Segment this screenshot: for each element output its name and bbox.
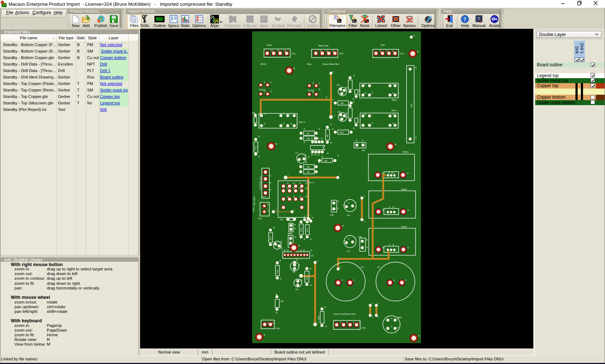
svg-text:D: D: [303, 249, 305, 251]
svg-text:G: G: [287, 182, 289, 184]
svg-text:G: G: [293, 196, 295, 198]
svg-text:D: D: [305, 154, 306, 156]
svg-text:G: G: [287, 196, 289, 198]
svg-text:P12: P12: [255, 146, 257, 150]
svg-text:F: F: [355, 237, 356, 239]
svg-text:G: G: [365, 92, 367, 94]
svg-text:G: G: [319, 88, 321, 90]
svg-text:G: G: [320, 50, 322, 52]
svg-text:C: C: [353, 322, 355, 324]
svg-text:Q1: Q1: [337, 84, 340, 86]
svg-text:G: G: [366, 239, 368, 241]
svg-text:?: ?: [463, 16, 466, 22]
svg-text:C: C: [283, 113, 285, 115]
svg-text:CT2: CT2: [339, 53, 344, 55]
svg-text:B: B: [275, 143, 277, 145]
svg-text:): ): [318, 260, 318, 262]
svg-text:C8: C8: [295, 288, 298, 291]
svg-text:G: G: [284, 50, 286, 52]
svg-text:R16: R16: [318, 315, 320, 320]
svg-text:C: C: [393, 92, 394, 94]
svg-text:C: C: [267, 203, 269, 206]
svg-text:G: G: [356, 139, 358, 141]
svg-text:C14: C14: [258, 217, 262, 220]
svg-text:C: C: [346, 322, 348, 324]
svg-text:H: H: [407, 172, 408, 174]
svg-text:G: G: [304, 128, 305, 130]
svg-text:B: B: [418, 335, 420, 337]
svg-text:C: C: [393, 83, 394, 85]
svg-text:F: F: [391, 318, 393, 320]
svg-text:G: G: [337, 200, 339, 202]
svg-text:C: C: [270, 90, 272, 93]
svg-text:F: F: [348, 202, 350, 204]
svg-text:+: +: [263, 317, 265, 319]
svg-text:D: D: [346, 86, 348, 89]
svg-text:G: G: [299, 182, 301, 184]
svg-text:C: C: [1, 1, 4, 4]
svg-text:GP/ell: GP/ell: [260, 63, 266, 65]
svg-text:H: H: [382, 172, 383, 174]
svg-text:C: C: [264, 122, 266, 125]
svg-text:C1: C1: [361, 266, 364, 268]
svg-text:G: G: [305, 187, 307, 189]
svg-text:C: C: [267, 210, 269, 212]
svg-text:G: G: [304, 219, 305, 221]
svg-text:G: G: [273, 226, 275, 229]
svg-text:G: G: [312, 91, 314, 93]
svg-text:TG/F/PEL.AU): TG/F/PEL.AU): [259, 176, 261, 190]
svg-text:G: G: [353, 101, 355, 103]
svg-text:R17: R17: [269, 236, 272, 240]
svg-text:D: D: [314, 138, 316, 140]
svg-text:): ): [333, 71, 334, 73]
svg-text:G: G: [281, 241, 282, 243]
svg-text:PEL 3: PEL 3: [299, 121, 305, 123]
svg-text:): ): [288, 173, 288, 175]
svg-text:G: G: [393, 206, 394, 208]
svg-text:A: A: [389, 206, 390, 208]
svg-text:Arne: Arne: [252, 207, 255, 212]
svg-text:G: G: [326, 50, 328, 52]
svg-text:D: D: [308, 156, 310, 158]
svg-text:CTA: CTA: [361, 327, 366, 329]
svg-text:G: G: [301, 279, 302, 281]
svg-text:B: B: [298, 244, 300, 247]
svg-text:Trave: Trave: [266, 44, 272, 46]
svg-text:R10: R10: [340, 131, 344, 134]
svg-text:D5: D5: [281, 300, 283, 302]
svg-text:G: G: [304, 238, 305, 240]
svg-text:C: C: [319, 82, 321, 84]
svg-text:G: G: [287, 187, 289, 189]
svg-text:D: D: [311, 154, 313, 156]
svg-text:C3: C3: [281, 247, 283, 250]
svg-text:): ): [294, 208, 295, 211]
svg-text:C16: C16: [275, 327, 280, 329]
svg-text:F: F: [391, 325, 393, 328]
svg-text:G: G: [273, 322, 274, 324]
svg-text:CTJ: CTJ: [400, 53, 404, 55]
svg-text:C: C: [340, 322, 342, 324]
svg-text:): ): [334, 114, 335, 116]
svg-text:Green Pea Brown Diva: Green Pea Brown Diva: [333, 313, 356, 315]
svg-text:?: ?: [478, 16, 480, 21]
svg-text:D9: D9: [292, 271, 295, 273]
svg-text:D: D: [318, 154, 319, 156]
svg-text:B: B: [395, 143, 396, 145]
svg-text:G: G: [365, 83, 367, 85]
svg-text:G: G: [299, 196, 301, 198]
svg-text:C: C: [283, 122, 285, 125]
svg-text:D4: D4: [280, 219, 283, 221]
svg-text:U1: U1: [311, 255, 314, 257]
svg-text:G: G: [366, 246, 368, 248]
svg-text:G: G: [337, 154, 339, 157]
svg-text:G: G: [337, 207, 339, 209]
svg-text:R9: R9: [341, 102, 344, 104]
svg-text:C4: C4: [347, 214, 350, 216]
svg-text:F: F: [397, 327, 399, 329]
svg-text:G: G: [280, 278, 282, 280]
svg-text:C10: C10: [289, 241, 291, 245]
svg-text:C6: C6: [362, 149, 365, 152]
svg-text:G: G: [271, 50, 273, 52]
svg-text:A: A: [341, 279, 343, 281]
svg-text:D: D: [300, 249, 302, 251]
